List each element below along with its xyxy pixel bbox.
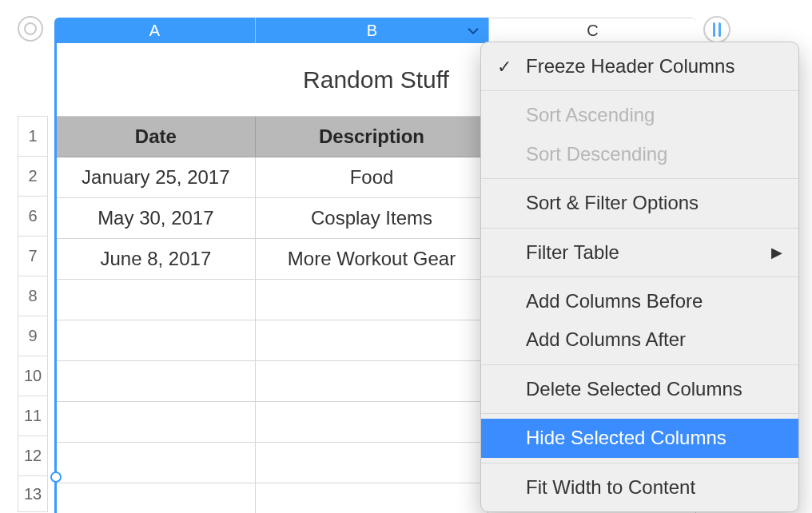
column-headers: A B C [54, 18, 696, 43]
row-header[interactable]: 13 [18, 475, 48, 512]
row-header[interactable]: 1 [18, 116, 48, 156]
menu-item-add-columns-after[interactable]: Add Columns After [481, 320, 798, 359]
menu-separator [481, 463, 798, 463]
cell-empty[interactable] [57, 443, 256, 483]
cell-description[interactable]: Cosplay Items [256, 198, 489, 238]
menu-separator [481, 276, 798, 277]
menu-separator [481, 178, 798, 179]
menu-item-hide-selected-columns[interactable]: Hide Selected Columns [481, 419, 798, 457]
cell-date[interactable]: June 8, 2017 [57, 239, 256, 279]
column-header-a[interactable]: A [54, 18, 256, 43]
cell-empty[interactable] [57, 361, 256, 401]
cell-description[interactable]: Food [256, 157, 489, 197]
cell-empty[interactable] [256, 402, 489, 442]
table-title: Random Stuff [303, 66, 449, 93]
row-header[interactable]: 6 [18, 196, 48, 236]
row-header[interactable]: 8 [18, 276, 48, 316]
row-header[interactable]: 2 [18, 156, 48, 196]
checkmark-icon: ✓ [497, 55, 511, 79]
menu-item-sort-descending: Sort Descending [481, 135, 798, 173]
cell-empty[interactable] [256, 320, 489, 360]
menu-item-freeze-header-columns[interactable]: ✓ Freeze Header Columns [481, 47, 798, 86]
column-drag-handle[interactable] [703, 16, 730, 43]
menu-item-sort-filter-options[interactable]: Sort & Filter Options [481, 184, 798, 222]
column-header-a-label: A [149, 22, 160, 40]
header-cell-date[interactable]: Date [57, 117, 256, 157]
cell-date[interactable]: January 25, 2017 [57, 157, 256, 197]
submenu-arrow-icon: ▶ [771, 243, 782, 262]
row-header[interactable]: 10 [18, 356, 48, 396]
menu-separator [481, 364, 798, 365]
menu-item-fit-width-to-content[interactable]: Fit Width to Content [481, 468, 798, 507]
cell-empty[interactable] [256, 280, 489, 320]
menu-separator [481, 90, 798, 91]
cell-empty[interactable] [57, 402, 256, 442]
cell-empty[interactable] [57, 483, 256, 513]
freeze-line-handle[interactable] [50, 471, 62, 483]
column-header-c-label: C [587, 22, 598, 40]
spreadsheet-app: A B C 1 2 6 7 8 9 10 11 12 13 Random Stu… [0, 0, 812, 513]
menu-item-sort-ascending: Sort Ascending [481, 96, 798, 134]
header-cell-description[interactable]: Description [256, 117, 489, 157]
cell-empty[interactable] [256, 443, 489, 483]
cell-description[interactable]: More Workout Gear [256, 239, 489, 279]
row-headers: 1 2 6 7 8 9 10 11 12 13 [18, 116, 48, 512]
cell-empty[interactable] [57, 320, 256, 360]
row-header[interactable]: 11 [18, 396, 48, 435]
cell-empty[interactable] [256, 483, 489, 513]
column-context-menu: ✓ Freeze Header Columns Sort Ascending S… [480, 42, 799, 512]
cell-empty[interactable] [57, 280, 256, 320]
cell-date[interactable]: May 30, 2017 [57, 198, 256, 238]
table-corner-handle[interactable] [18, 16, 43, 42]
menu-item-delete-selected-columns[interactable]: Delete Selected Columns [481, 370, 798, 408]
column-header-c[interactable]: C [489, 18, 696, 43]
menu-item-add-columns-before[interactable]: Add Columns Before [481, 282, 798, 320]
menu-item-filter-table[interactable]: Filter Table ▶ [481, 233, 798, 272]
row-header[interactable]: 12 [18, 435, 48, 475]
row-header[interactable]: 9 [18, 316, 48, 356]
menu-separator [481, 413, 798, 414]
chevron-down-icon[interactable] [466, 24, 480, 38]
row-header[interactable]: 7 [18, 236, 48, 276]
column-header-b-label: B [367, 22, 377, 40]
cell-empty[interactable] [256, 361, 489, 401]
column-header-b[interactable]: B [256, 18, 489, 43]
menu-separator [481, 228, 798, 229]
